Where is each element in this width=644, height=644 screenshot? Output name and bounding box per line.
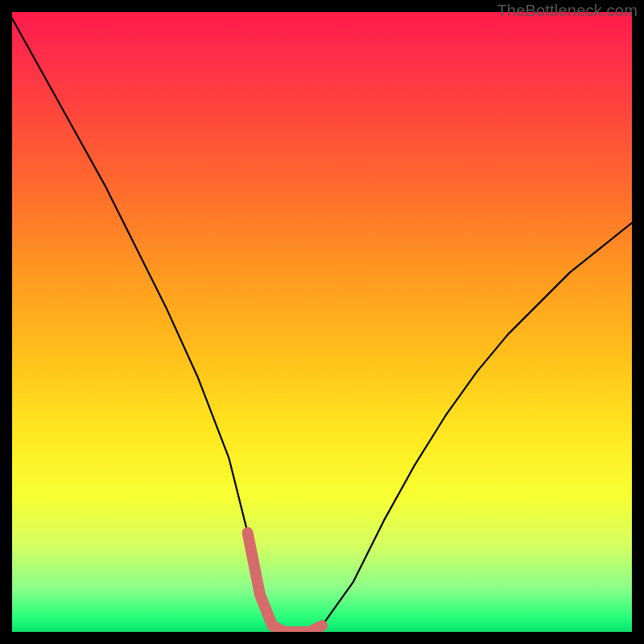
chart-svg bbox=[12, 12, 632, 632]
bottleneck-curve bbox=[12, 19, 632, 632]
optimal-band bbox=[248, 533, 322, 632]
chart-frame: TheBottleneck.com bbox=[0, 0, 644, 644]
plot-area bbox=[12, 12, 632, 632]
watermark-text: TheBottleneck.com bbox=[497, 2, 638, 20]
